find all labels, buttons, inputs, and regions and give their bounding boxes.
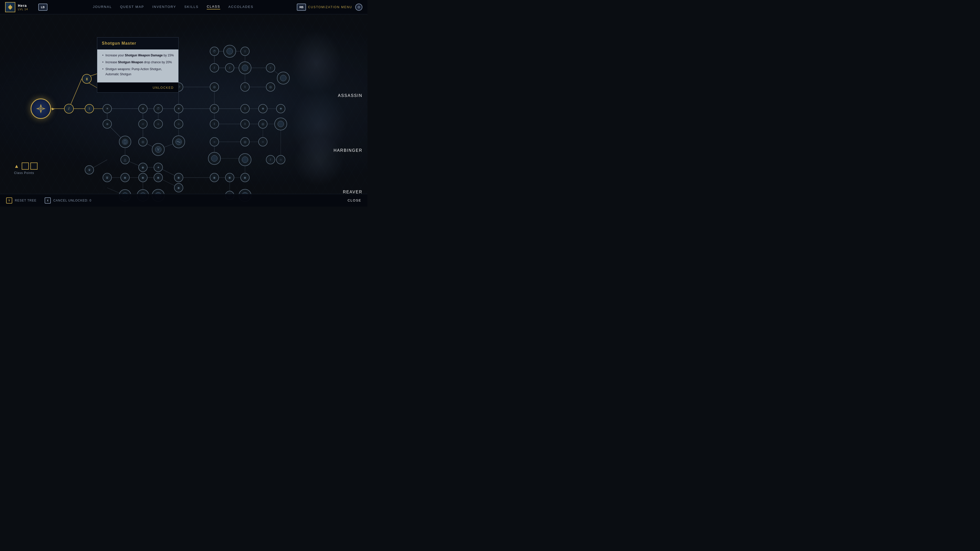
tooltip-title: Shotgun Master: [102, 41, 136, 45]
tooltip-item-2: Increase Shotgun Weapon drop chance by 2…: [102, 60, 174, 65]
node-560-430[interactable]: ○: [138, 119, 148, 129]
nav-item-journal[interactable]: JOURNAL: [93, 5, 112, 9]
node-1030-500[interactable]: ○: [258, 137, 267, 146]
node-840-430[interactable]: ⌇: [210, 119, 219, 129]
y-key: Y: [6, 197, 12, 203]
node-620-530[interactable]: [152, 143, 165, 156]
player-level: LVL 14: [18, 8, 28, 11]
node-960-640[interactable]: ◉: [240, 173, 250, 182]
node-1030-430[interactable]: ◎: [258, 119, 267, 129]
warrior-icon: [122, 138, 128, 145]
node-490-570[interactable]: △: [121, 155, 130, 164]
node-700-500[interactable]: [172, 135, 185, 148]
char-icon-6: [242, 64, 248, 71]
node-900-640[interactable]: ◉: [225, 173, 234, 182]
node-700-430[interactable]: ○: [174, 119, 183, 129]
node-1100-430[interactable]: [274, 118, 287, 130]
node-1030-370[interactable]: ✚: [258, 104, 267, 113]
node-560-500[interactable]: ◎: [138, 137, 148, 146]
node-960-500[interactable]: ◎: [240, 137, 250, 146]
slash-node-2[interactable]: /: [64, 104, 74, 114]
points-box-2: [30, 162, 38, 170]
points-boxes: [22, 162, 38, 170]
node-960-430[interactable]: ⌇: [240, 119, 250, 129]
node-560-640[interactable]: ◉: [138, 173, 148, 182]
ammo-node[interactable]: |||: [82, 74, 92, 84]
node-1100-370[interactable]: ✚: [276, 104, 285, 113]
points-box-1: [22, 162, 29, 170]
node-840-210[interactable]: /: [210, 63, 219, 73]
node-560-370[interactable]: ☀: [138, 104, 148, 113]
node-840-285[interactable]: ◎: [210, 83, 219, 92]
node-960-570[interactable]: [239, 153, 251, 166]
svg-point-76: [155, 146, 161, 152]
node-700-680[interactable]: ◉: [174, 183, 183, 192]
svg-point-79: [211, 156, 218, 162]
wave-char-icon: [175, 138, 182, 145]
node-1100-570[interactable]: ○: [276, 155, 285, 164]
nav-item-skills[interactable]: SKILLS: [184, 5, 199, 9]
svg-point-81: [242, 65, 248, 71]
node-840-640[interactable]: ◉: [210, 173, 219, 182]
cancel-label: CANCEL UNLOCKED: 0: [53, 199, 92, 202]
node-420-370[interactable]: ☀: [103, 104, 112, 113]
tooltip-header: Shotgun Master: [97, 38, 178, 49]
svg-point-73: [122, 139, 128, 144]
node-1110-250[interactable]: [277, 72, 290, 84]
node-1060-570[interactable]: /: [266, 155, 275, 164]
char-icon-8: [277, 121, 284, 127]
close-button[interactable]: CLOSE: [348, 198, 361, 202]
class-sword-icon: [36, 103, 46, 114]
nav-item-accolades[interactable]: ACCOLADES: [228, 5, 253, 9]
player-avatar: [5, 2, 15, 12]
node-960-285[interactable]: ⌇: [240, 83, 250, 92]
gear-icon[interactable]: ⚙: [355, 3, 363, 11]
class-arrow: ▶: [52, 106, 55, 111]
node-490-640[interactable]: ◉: [121, 173, 130, 182]
node-620-370[interactable]: ⏱: [154, 104, 163, 113]
node-960-210[interactable]: [239, 62, 251, 74]
main-class-icon[interactable]: [30, 98, 51, 119]
main-content: ▶ Shotgun Master Increase your Shotgun W…: [0, 14, 368, 194]
nav-right: CUSTOMIZATION MENU ⚙: [308, 3, 363, 11]
points-triangle-icon: ▲: [14, 163, 19, 169]
tooltip-item-3: Shotgun weapons: Pump Action Shotgun, Au…: [102, 67, 174, 76]
points-label: Class Points: [14, 171, 34, 175]
node-960-370[interactable]: ⌇: [240, 104, 250, 113]
cancel-unlocked-button[interactable]: X CANCEL UNLOCKED: 0: [45, 197, 92, 203]
node-620-600[interactable]: ✦: [154, 163, 163, 172]
node-560-600[interactable]: ◉: [138, 163, 148, 172]
node-840-145[interactable]: ⏱: [210, 47, 219, 56]
node-620-430[interactable]: ○: [154, 119, 163, 129]
nav-item-quest-map[interactable]: QUEST MAP: [120, 5, 144, 9]
node-700-370[interactable]: ☀: [174, 104, 183, 113]
node-350-610[interactable]: ♛: [85, 165, 94, 175]
svg-point-84: [280, 75, 286, 81]
node-420-640[interactable]: ♛: [103, 173, 112, 182]
player-name-block: Hera LVL 14: [18, 3, 28, 11]
svg-point-82: [242, 157, 248, 163]
customization-button[interactable]: CUSTOMIZATION MENU: [308, 5, 352, 9]
nav-item-class[interactable]: CLASS: [207, 5, 220, 10]
rb-button[interactable]: RB: [297, 3, 306, 11]
node-960-145[interactable]: ↑: [240, 47, 250, 56]
char-icon-2: [155, 146, 162, 153]
node-1060-285[interactable]: ◎: [266, 83, 275, 92]
tooltip-popup: Shotgun Master Increase your Shotgun Wea…: [97, 37, 179, 93]
wave-node[interactable]: ⌇: [85, 104, 94, 113]
bottombar: Y RESET TREE X CANCEL UNLOCKED: 0 CLOSE: [0, 194, 368, 206]
node-1060-210[interactable]: ↑: [266, 63, 275, 73]
node-900-145[interactable]: [223, 45, 236, 58]
node-840-500[interactable]: ○: [210, 137, 219, 146]
node-490-500[interactable]: [119, 136, 131, 148]
node-620-640[interactable]: ◉: [154, 173, 163, 182]
nav-item-inventory[interactable]: INVENTORY: [152, 5, 176, 9]
lb-button[interactable]: LB: [38, 3, 48, 11]
reset-tree-button[interactable]: Y RESET TREE: [6, 197, 37, 203]
node-700-640[interactable]: ◉: [174, 173, 183, 182]
nav-items: JOURNAL QUEST MAP INVENTORY SKILLS CLASS…: [49, 5, 297, 10]
node-840-565[interactable]: [208, 152, 221, 165]
node-840-370[interactable]: ⏱: [210, 104, 219, 113]
node-900-210[interactable]: /: [225, 63, 234, 73]
node-420-430[interactable]: ⊗: [103, 119, 112, 129]
